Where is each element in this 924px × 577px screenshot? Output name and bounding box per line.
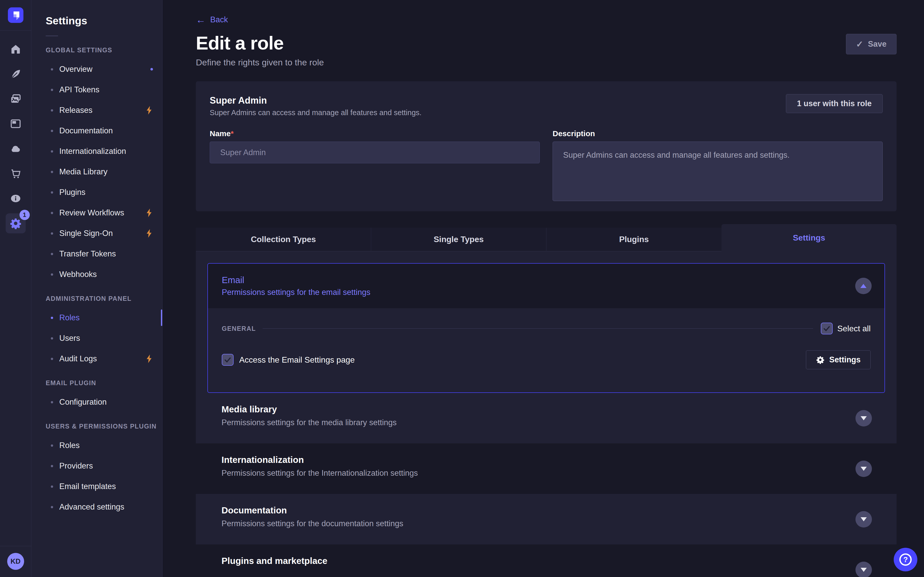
sidebar-item-label: Email templates <box>59 482 116 491</box>
strapi-logo[interactable] <box>7 6 24 24</box>
gear-icon <box>816 355 825 364</box>
back-label: Back <box>210 15 228 24</box>
divider <box>263 328 813 329</box>
permissions-tabs: Collection Types Single Types Plugins Se… <box>196 224 897 251</box>
avatar[interactable]: KD <box>7 553 24 570</box>
section-global-settings: GLOBAL SETTINGS Overview API Tokens Rele… <box>31 47 162 285</box>
feather-icon[interactable] <box>3 61 28 86</box>
collapse-button[interactable] <box>855 278 872 294</box>
back-link[interactable]: ← Back <box>196 15 897 25</box>
sidebar-item-label: Advanced settings <box>59 502 124 512</box>
email-accordion-body: GENERAL Select all Access the Email Sett… <box>208 308 884 392</box>
expand-button[interactable] <box>856 562 872 577</box>
sidebar-item-documentation[interactable]: Documentation <box>31 121 162 141</box>
bullet-icon <box>51 445 53 447</box>
lightning-icon <box>145 229 153 238</box>
sidebar-item-label: Single Sign-On <box>59 229 113 238</box>
section-email-plugin: EMAIL PLUGIN Configuration <box>31 379 162 413</box>
email-accordion-header[interactable]: Email Permissions settings for the email… <box>208 264 884 308</box>
name-field-group: Name* <box>210 129 540 202</box>
sidebar-item-label: Users <box>59 334 80 343</box>
sidebar-item-configuration[interactable]: Configuration <box>31 392 162 413</box>
sidebar-item-label: Roles <box>59 313 79 322</box>
sidebar-item-media-library[interactable]: Media Library <box>31 161 162 182</box>
bullet-icon <box>51 401 53 403</box>
question-mark-icon: ? <box>899 553 912 566</box>
general-group-label: GENERAL <box>222 325 256 332</box>
section-label: EMAIL PLUGIN <box>31 379 162 387</box>
expand-button[interactable] <box>856 410 872 427</box>
bullet-icon <box>51 273 53 276</box>
permission-label: Access the Email Settings page <box>239 355 355 365</box>
description-field-group: Description Super Admins can access and … <box>552 129 883 202</box>
sidebar-item-label: Providers <box>59 461 93 471</box>
sidebar-item-internationalization[interactable]: Internationalization <box>31 141 162 161</box>
select-all-label: Select all <box>837 324 871 334</box>
cloud-icon[interactable] <box>3 136 28 161</box>
settings-nav-item[interactable]: 1 <box>3 211 28 236</box>
expand-button[interactable] <box>856 461 872 477</box>
sidebar-item-api-tokens[interactable]: API Tokens <box>31 79 162 100</box>
tab-plugins[interactable]: Plugins <box>546 228 722 251</box>
sidebar-item-email-templates[interactable]: Email templates <box>31 476 162 497</box>
sidebar-item-roles-admin[interactable]: Roles <box>31 308 162 328</box>
media-icon[interactable] <box>3 86 28 111</box>
bullet-icon <box>51 68 53 71</box>
select-all-checkbox[interactable] <box>821 322 833 334</box>
role-title: Super Admin <box>210 95 883 106</box>
sidebar-item-providers[interactable]: Providers <box>31 456 162 476</box>
divider <box>46 35 58 36</box>
users-with-role-button[interactable]: 1 user with this role <box>786 94 883 113</box>
sidebar-item-single-sign-on[interactable]: Single Sign-On <box>31 223 162 243</box>
sidebar-item-roles-up[interactable]: Roles <box>31 435 162 456</box>
section-users-permissions-plugin: USERS & PERMISSIONS PLUGIN Roles Provide… <box>31 422 162 517</box>
save-button[interactable]: ✓ Save <box>846 34 897 54</box>
section-subtitle: Permissions settings for the Internation… <box>221 469 884 478</box>
email-accordion-title: Email <box>222 275 872 285</box>
info-icon[interactable] <box>3 186 28 211</box>
notification-dot-icon <box>150 68 153 71</box>
sidebar-item-audit-logs[interactable]: Audit Logs <box>31 348 162 369</box>
sidebar-item-advanced-settings[interactable]: Advanced settings <box>31 497 162 517</box>
documentation-section[interactable]: Documentation Permissions settings for t… <box>196 494 897 545</box>
role-card: Super Admin Super Admins can access and … <box>196 81 897 211</box>
section-title: Plugins and marketplace <box>221 556 884 566</box>
plugins-marketplace-section[interactable]: Plugins and marketplace <box>196 545 897 577</box>
sidebar-item-plugins[interactable]: Plugins <box>31 182 162 203</box>
tab-settings[interactable]: Settings <box>722 224 897 251</box>
sidebar-item-label: API Tokens <box>59 85 99 94</box>
email-accordion-subtitle: Permissions settings for the email setti… <box>222 288 872 297</box>
access-email-settings-checkbox[interactable] <box>222 354 234 366</box>
sidebar-item-review-workflows[interactable]: Review Workflows <box>31 203 162 223</box>
lightning-icon <box>145 208 153 218</box>
description-input[interactable]: Super Admins can access and manage all f… <box>552 142 883 201</box>
settings-permissions-panel: Email Permissions settings for the email… <box>196 251 897 577</box>
name-input[interactable] <box>210 142 540 163</box>
bullet-icon <box>51 89 53 91</box>
bullet-icon <box>51 109 53 111</box>
media-library-section[interactable]: Media library Permissions settings for t… <box>196 393 897 443</box>
active-indicator <box>161 309 162 326</box>
tab-collection-types[interactable]: Collection Types <box>196 228 371 251</box>
email-settings-button[interactable]: Settings <box>806 350 871 369</box>
expand-button[interactable] <box>856 511 872 527</box>
sidebar-item-label: Roles <box>59 441 79 450</box>
section-administration-panel: ADMINISTRATION PANEL Roles Users Audit L… <box>31 295 162 369</box>
section-subtitle: Permissions settings for the media libra… <box>221 418 884 427</box>
tab-single-types[interactable]: Single Types <box>371 228 546 251</box>
sidebar-item-overview[interactable]: Overview <box>31 59 162 79</box>
bullet-icon <box>51 171 53 173</box>
sidebar-item-label: Internationalization <box>59 147 126 156</box>
bullet-icon <box>51 253 53 255</box>
internationalization-section[interactable]: Internationalization Permissions setting… <box>196 443 897 494</box>
sidebar-item-label: Releases <box>59 106 92 115</box>
home-icon[interactable] <box>3 37 28 61</box>
help-button[interactable]: ? <box>894 548 918 571</box>
sidebar-item-releases[interactable]: Releases <box>31 100 162 121</box>
cart-icon[interactable] <box>3 161 28 186</box>
sidebar-item-webhooks[interactable]: Webhooks <box>31 264 162 285</box>
sidebar-item-users[interactable]: Users <box>31 328 162 348</box>
layout-icon[interactable] <box>3 111 28 136</box>
sidebar-item-label: Transfer Tokens <box>59 249 116 258</box>
sidebar-item-transfer-tokens[interactable]: Transfer Tokens <box>31 243 162 264</box>
